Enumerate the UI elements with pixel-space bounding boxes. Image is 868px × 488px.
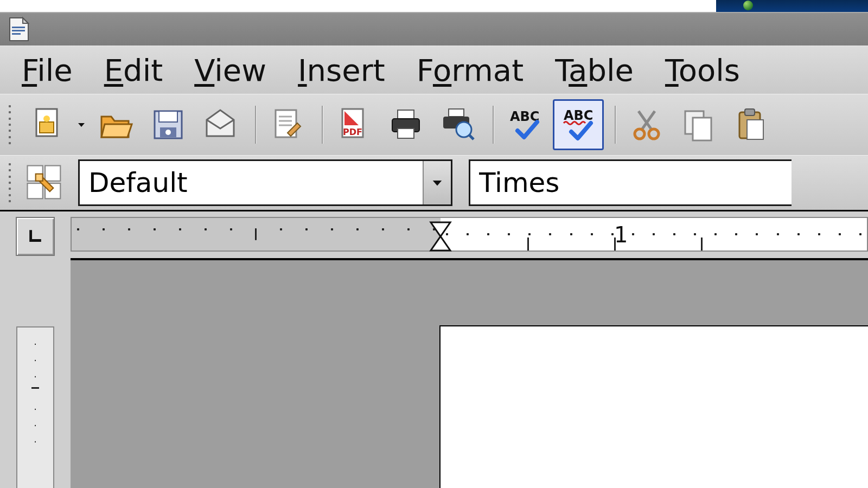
left-gutter: ∟ · · · · · ·: [0, 211, 71, 488]
svg-rect-38: [693, 118, 711, 140]
svg-marker-48: [433, 181, 442, 186]
styles-and-formatting-button[interactable]: [24, 162, 65, 203]
copy-button[interactable]: [675, 101, 723, 149]
desktop-panel-fragment: [716, 0, 868, 12]
desktop-top-strip: [0, 0, 868, 13]
svg-rect-27: [449, 109, 464, 117]
menu-file[interactable]: File: [22, 53, 73, 88]
svg-rect-26: [398, 129, 414, 138]
svg-rect-24: [398, 110, 414, 119]
svg-rect-6: [40, 122, 54, 133]
horizontal-ruler-left-margin[interactable]: [71, 217, 441, 252]
paragraph-style-dropdown-button[interactable]: [423, 161, 451, 204]
toolbar-separator: [493, 106, 494, 144]
svg-marker-50: [431, 236, 450, 251]
paragraph-style-combo[interactable]: [78, 159, 452, 206]
paste-button[interactable]: [727, 101, 775, 149]
tab-stop-type-button[interactable]: ∟: [16, 217, 55, 256]
menu-format[interactable]: Format: [417, 53, 524, 88]
svg-marker-8: [78, 123, 85, 127]
font-name-combo[interactable]: [469, 159, 792, 206]
mail-button[interactable]: [196, 101, 244, 149]
document-column: 1: [71, 211, 868, 488]
toolbar-separator: [615, 106, 616, 144]
menubar: File Edit View Insert Format Table Tools: [0, 46, 868, 94]
print-button[interactable]: [382, 101, 430, 149]
svg-text:ABC: ABC: [564, 108, 593, 123]
svg-marker-1: [23, 18, 28, 23]
menu-view[interactable]: View: [194, 53, 266, 88]
save-button[interactable]: [144, 101, 192, 149]
formatting-toolbar: [0, 155, 868, 210]
menu-table[interactable]: Table: [555, 53, 634, 88]
horizontal-ruler-area: 1: [71, 211, 868, 258]
svg-rect-40: [745, 109, 755, 115]
indent-marker-icon[interactable]: [427, 220, 454, 255]
cut-button[interactable]: [623, 101, 671, 149]
font-name-input[interactable]: [470, 161, 792, 204]
tab-stop-glyph: ∟: [28, 223, 42, 250]
window-titlebar[interactable]: [0, 13, 868, 46]
menu-insert[interactable]: Insert: [298, 53, 385, 88]
svg-point-7: [43, 115, 50, 122]
app-document-icon: [5, 16, 33, 43]
svg-rect-44: [28, 183, 43, 198]
svg-text:PDF: PDF: [343, 127, 362, 137]
auto-spellcheck-button[interactable]: ABC: [553, 99, 604, 150]
new-document-dropdown[interactable]: [76, 101, 87, 149]
svg-rect-43: [45, 166, 60, 181]
edit-file-button[interactable]: [263, 101, 311, 149]
toolbar-separator: [322, 106, 323, 144]
document-page[interactable]: [439, 325, 868, 488]
export-pdf-button[interactable]: PDF: [330, 101, 378, 149]
svg-rect-41: [747, 120, 763, 139]
vertical-ruler[interactable]: · · · · · ·: [16, 326, 54, 488]
menu-tools[interactable]: Tools: [665, 53, 740, 88]
svg-marker-10: [101, 124, 132, 137]
toolbar-grip[interactable]: [5, 161, 15, 204]
ruler-number: 1: [614, 222, 628, 247]
menu-edit[interactable]: Edit: [104, 53, 163, 88]
svg-point-36: [649, 129, 659, 139]
standard-toolbar: PDF ABC ABC: [0, 94, 868, 155]
svg-rect-4: [12, 33, 21, 35]
svg-line-30: [469, 134, 474, 139]
spellcheck-button[interactable]: ABC: [501, 101, 548, 149]
work-area: ∟ · · · · · ·: [0, 210, 868, 488]
svg-point-14: [165, 130, 171, 135]
paragraph-style-input[interactable]: [80, 161, 423, 204]
svg-rect-12: [159, 111, 177, 122]
open-button[interactable]: [92, 101, 140, 149]
toolbar-grip[interactable]: [5, 103, 15, 146]
page-background[interactable]: [71, 258, 868, 488]
svg-point-35: [635, 129, 644, 139]
new-document-button[interactable]: [24, 101, 72, 149]
svg-rect-3: [12, 30, 25, 31]
print-preview-button[interactable]: [434, 101, 482, 149]
horizontal-ruler[interactable]: 1: [441, 217, 868, 252]
svg-rect-2: [12, 27, 25, 28]
svg-rect-47: [36, 174, 43, 181]
toolbar-separator: [255, 106, 257, 144]
